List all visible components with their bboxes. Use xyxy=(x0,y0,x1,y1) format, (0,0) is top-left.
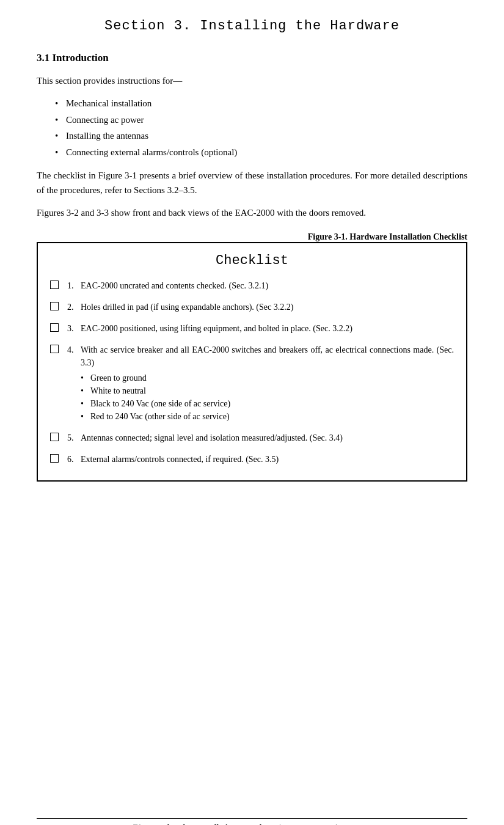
checklist-item-6: 6. External alarms/controls connected, i… xyxy=(50,453,454,466)
footer-right: Page 3-1 xyxy=(402,823,431,825)
item-number-6: 6. xyxy=(67,453,81,466)
sub-item: White to neutral xyxy=(81,384,454,397)
list-item: Mechanical installation xyxy=(55,97,467,111)
sub-item: Green to ground xyxy=(81,372,454,384)
checklist-box: Checklist 1. EAC-2000 uncrated and conte… xyxy=(37,242,467,482)
page-wrapper: Section 3. Installing the Hardware 3.1 I… xyxy=(37,18,467,825)
footer-left: AMPS EAC-2000™ Manual: Vol. 1, Installat… xyxy=(73,823,338,825)
para2: Figures 3-2 and 3-3 show front and back … xyxy=(37,206,467,220)
item-text-6: External alarms/controls connected, if r… xyxy=(81,453,454,466)
section-3-1-heading: 3.1 Introduction xyxy=(37,52,467,64)
footer: AMPS EAC-2000™ Manual: Vol. 1, Installat… xyxy=(37,818,467,825)
sub-item: Red to 240 Vac (other side of ac service… xyxy=(81,410,454,423)
intro-bullet-list: Mechanical installation Connecting ac po… xyxy=(55,97,467,159)
sub-item: Black to 240 Vac (one side of ac service… xyxy=(81,397,454,410)
checkbox-1[interactable] xyxy=(50,280,59,289)
checkbox-2[interactable] xyxy=(50,302,59,310)
checkbox-4[interactable] xyxy=(50,345,59,353)
para1: The checklist in Figure 3-1 presents a b… xyxy=(37,169,467,197)
list-item: Connecting external alarms/controls (opt… xyxy=(55,145,467,160)
item-number-5: 5. xyxy=(67,431,81,444)
item-number-2: 2. xyxy=(67,301,81,314)
checkbox-6[interactable] xyxy=(50,454,59,463)
checkbox-3[interactable] xyxy=(50,323,59,332)
sub-list-4: Green to ground White to neutral Black t… xyxy=(81,372,454,423)
checklist-item-5: 5. Antennas connected; signal level and … xyxy=(50,431,454,444)
item-text-2: Holes drilled in pad (if using expandabl… xyxy=(81,301,454,314)
item-text-4: With ac service breaker and all EAC-2000… xyxy=(81,343,454,423)
item-number-4: 4. xyxy=(67,343,81,356)
checklist-item-4: 4. With ac service breaker and all EAC-2… xyxy=(50,343,454,423)
page-title: Section 3. Installing the Hardware xyxy=(37,18,467,34)
checkbox-5[interactable] xyxy=(50,433,59,441)
checklist-item-1: 1. EAC-2000 uncrated and contents checke… xyxy=(50,279,454,292)
checklist-item-2: 2. Holes drilled in pad (if using expand… xyxy=(50,301,454,314)
list-item: Connecting ac power xyxy=(55,113,467,127)
checklist-title: Checklist xyxy=(50,253,454,268)
intro-text: This section provides instructions for— xyxy=(37,74,467,88)
item-number-3: 3. xyxy=(67,322,81,335)
checklist-item-3: 3. EAC-2000 positioned, using lifting eq… xyxy=(50,322,454,335)
item-number-1: 1. xyxy=(67,279,81,292)
item-text-1: EAC-2000 uncrated and contents checked. … xyxy=(81,279,454,292)
item-text-5: Antennas connected; signal level and iso… xyxy=(81,431,454,444)
list-item: Installing the antennas xyxy=(55,129,467,143)
item-text-3: EAC-2000 positioned, using lifting equip… xyxy=(81,322,454,335)
figure-caption: Figure 3-1. Hardware Installation Checkl… xyxy=(37,232,467,242)
